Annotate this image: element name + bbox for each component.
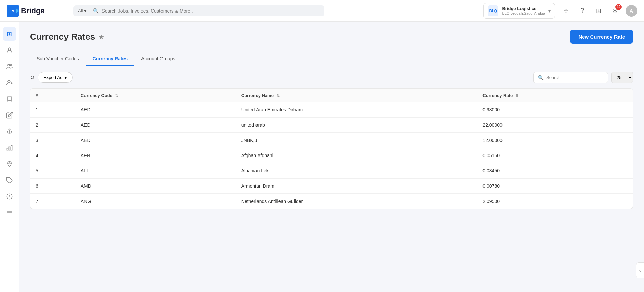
export-as-button[interactable]: Export As ▾: [38, 72, 73, 83]
cell-code: AMD: [75, 179, 236, 194]
page-header: Currency Rates ★ New Currency Rate: [30, 30, 633, 44]
col-header-num: #: [30, 89, 75, 102]
tab-sub-voucher-codes[interactable]: Sub Voucher Codes: [30, 52, 86, 66]
sidebar: ⊞: [0, 22, 19, 292]
cell-num: 1: [30, 102, 75, 118]
page-title: Currency Rates: [30, 32, 95, 42]
sidebar-item-dashboard[interactable]: ⊞: [3, 27, 16, 41]
sidebar-item-edit[interactable]: [3, 108, 16, 122]
cell-code: AED: [75, 102, 236, 118]
cell-name: Afghan Afghani: [236, 148, 477, 163]
star-nav-icon[interactable]: ☆: [561, 5, 571, 16]
help-icon[interactable]: ?: [577, 5, 588, 16]
sort-icon-name: ⇅: [277, 93, 280, 98]
cell-rate: 0.03450: [477, 163, 633, 179]
cell-num: 4: [30, 148, 75, 163]
svg-text:B: B: [11, 9, 14, 14]
svg-rect-14: [9, 147, 10, 150]
company-info: Bridge Logistics BLQ Jeddah,Saudi Arabia: [502, 6, 545, 15]
app-name: Bridge: [21, 6, 45, 15]
table-row[interactable]: 5 ALL Albanian Lek 0.03450: [30, 163, 633, 179]
table-row[interactable]: 7 ANG Netherlands Antillean Guilder 2.09…: [30, 194, 633, 209]
cell-num: 7: [30, 194, 75, 209]
sidebar-item-clock[interactable]: [3, 190, 16, 203]
toolbar: ↻ Export As ▾ 🔍 25 50 100: [30, 66, 633, 88]
table-search-input[interactable]: [546, 75, 604, 80]
col-header-currency-name[interactable]: Currency Name ⇅: [236, 89, 477, 102]
table-row[interactable]: 6 AMD Armenian Dram 0.00780: [30, 179, 633, 194]
sidebar-item-bookmark[interactable]: [3, 92, 16, 106]
cell-code: ANG: [75, 194, 236, 209]
topnav: B Bridge All ▾ 🔍 BLQ Bridge Logistics BL…: [0, 0, 644, 22]
notifications-button[interactable]: ✉ 12: [609, 5, 620, 16]
cell-name: Netherlands Antillean Guilder: [236, 194, 477, 209]
sidebar-item-people[interactable]: [3, 60, 16, 73]
svg-rect-13: [7, 148, 8, 150]
cell-rate: 0.05160: [477, 148, 633, 163]
cell-rate: 0.98000: [477, 102, 633, 118]
table-row[interactable]: 3 AED JNBK,J 12.00000: [30, 133, 633, 148]
cell-code: AED: [75, 133, 236, 148]
cell-num: 5: [30, 163, 75, 179]
sidebar-item-person[interactable]: [3, 43, 16, 57]
svg-point-16: [9, 163, 10, 164]
favorite-star-icon[interactable]: ★: [98, 33, 105, 41]
export-chevron-icon: ▾: [64, 75, 67, 80]
logo-icon: B: [7, 5, 19, 17]
new-currency-rate-button[interactable]: New Currency Rate: [570, 30, 633, 44]
svg-point-9: [9, 129, 10, 130]
table-row[interactable]: 1 AED United Arab Emirates Dirham 0.9800…: [30, 102, 633, 118]
layout: ⊞: [0, 22, 644, 292]
cell-num: 6: [30, 179, 75, 194]
sidebar-item-add-person[interactable]: [3, 76, 16, 89]
refresh-icon[interactable]: ↻: [30, 74, 34, 81]
cell-rate: 0.00780: [477, 179, 633, 194]
table-row[interactable]: 4 AFN Afghan Afghani 0.05160: [30, 148, 633, 163]
tab-currency-rates[interactable]: Currency Rates: [86, 52, 135, 66]
svg-point-5: [10, 64, 11, 66]
logo: B Bridge: [7, 5, 68, 17]
search-type-label: All: [78, 8, 83, 13]
sidebar-item-anchor[interactable]: [3, 125, 16, 138]
cell-name: JNBK,J: [236, 133, 477, 148]
cell-rate: 12.00000: [477, 133, 633, 148]
sidebar-collapse-button[interactable]: ‹: [636, 262, 644, 278]
svg-point-4: [8, 64, 10, 66]
search-magnifier-icon: 🔍: [93, 8, 99, 14]
cell-name: Albanian Lek: [236, 163, 477, 179]
tab-account-groups[interactable]: Account Groups: [134, 52, 182, 66]
company-chevron-icon: ▾: [548, 8, 551, 14]
tabs-bar: Sub Voucher Codes Currency Rates Account…: [30, 52, 633, 66]
table-row[interactable]: 2 AED united arab 22.00000: [30, 118, 633, 133]
cell-code: ALL: [75, 163, 236, 179]
company-name: Bridge Logistics: [502, 6, 545, 11]
cell-num: 2: [30, 118, 75, 133]
toolbar-left: ↻ Export As ▾: [30, 72, 73, 83]
sidebar-item-chart[interactable]: [3, 141, 16, 154]
svg-point-6: [8, 80, 10, 83]
search-type-dropdown[interactable]: All ▾: [78, 8, 90, 13]
sort-icon-rate: ⇅: [515, 93, 518, 98]
avatar[interactable]: A: [626, 5, 637, 17]
cell-code: AED: [75, 118, 236, 133]
company-selector[interactable]: BLQ Bridge Logistics BLQ Jeddah,Saudi Ar…: [483, 3, 555, 19]
per-page-select[interactable]: 25 50 100: [611, 72, 633, 83]
sidebar-item-menu[interactable]: [3, 206, 16, 220]
page-title-row: Currency Rates ★: [30, 32, 105, 42]
export-label: Export As: [43, 75, 62, 80]
global-search-input[interactable]: [101, 8, 320, 14]
apps-grid-icon[interactable]: ⊞: [593, 5, 604, 16]
chevron-down-icon: ▾: [84, 8, 87, 13]
cell-num: 3: [30, 133, 75, 148]
main-content: Currency Rates ★ New Currency Rate Sub V…: [19, 22, 644, 292]
global-search-bar: All ▾ 🔍: [73, 5, 324, 16]
sidebar-item-location[interactable]: [3, 157, 16, 171]
cell-rate: 2.09500: [477, 194, 633, 209]
table-search-wrap: 🔍: [533, 72, 608, 83]
cell-name: United Arab Emirates Dirham: [236, 102, 477, 118]
col-header-currency-rate[interactable]: Currency Rate ⇅: [477, 89, 633, 102]
sidebar-item-tag[interactable]: [3, 173, 16, 187]
col-header-currency-code[interactable]: Currency Code ⇅: [75, 89, 236, 102]
cell-name: Armenian Dram: [236, 179, 477, 194]
notification-badge: 12: [615, 4, 622, 10]
